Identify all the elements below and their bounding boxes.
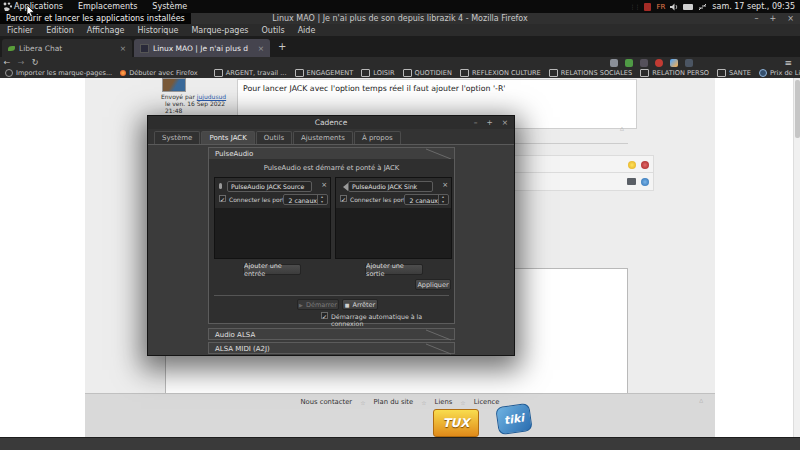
- print-icon[interactable]: [627, 178, 636, 185]
- maximize-button[interactable]: +: [770, 14, 777, 23]
- start-button[interactable]: ▶ Démarrer: [297, 299, 339, 310]
- linuxmao-favicon: [140, 44, 149, 53]
- sink-connect-checkbox[interactable]: ✓: [340, 195, 347, 204]
- section-label: ALSA MIDI (A2J): [215, 345, 270, 353]
- autostart-checkbox[interactable]: ✓: [321, 312, 328, 321]
- tab-close-icon[interactable]: ×: [258, 44, 264, 53]
- footer-link-liens[interactable]: Liens: [435, 398, 453, 406]
- star-separator: ☆: [421, 399, 426, 406]
- stop-icon: ■: [345, 302, 350, 308]
- footer-link-sitemap[interactable]: Plan du site: [374, 398, 414, 406]
- page-scrollbar[interactable]: [793, 78, 800, 437]
- bookmark-folder-sante[interactable]: SANTE: [717, 69, 751, 77]
- remove-sink-icon[interactable]: ×: [442, 181, 448, 189]
- smiley-icon[interactable]: [628, 161, 636, 169]
- extension-red-icon[interactable]: [655, 59, 663, 67]
- footer-link-licence[interactable]: Licence: [474, 398, 500, 406]
- new-tab-button[interactable]: +: [278, 41, 286, 52]
- bookmark-debuter[interactable]: Débuter avec Firefox: [120, 69, 198, 77]
- cadence-title: Cadence: [148, 118, 514, 127]
- menu-affichage[interactable]: Affichage: [87, 26, 125, 35]
- menu-aide[interactable]: Aide: [298, 26, 316, 35]
- section-alsa-midi[interactable]: ALSA MIDI (A2J): [208, 342, 455, 354]
- volume-icon[interactable]: [670, 3, 678, 11]
- maximize-button[interactable]: +: [486, 118, 492, 127]
- back-to-top-icon[interactable]: △: [699, 397, 703, 403]
- bookmark-folder-relation-perso[interactable]: RELATION PERSO: [640, 69, 709, 77]
- section-pulseaudio[interactable]: PulseAudio: [208, 147, 455, 159]
- bookmark-folder-relations[interactable]: RELATIONS SOCIALES: [549, 69, 632, 77]
- close-button[interactable]: ×: [787, 14, 794, 23]
- keyboard-layout-indicator[interactable]: FR: [656, 3, 665, 11]
- menu-outils[interactable]: Outils: [262, 26, 285, 35]
- bookmark-folder-argent[interactable]: ARGENT, travail ...: [214, 69, 287, 77]
- extension-capture-icon[interactable]: [685, 59, 693, 67]
- screen: Applications Emplacements Système ⋮⋮ FR …: [0, 0, 800, 450]
- help-icon[interactable]: [641, 178, 649, 186]
- sink-name-field[interactable]: PulseAudio JACK Sink: [348, 181, 433, 192]
- tab-ajustements[interactable]: Ajustements: [293, 131, 353, 144]
- tray-reader-icon[interactable]: [644, 3, 651, 11]
- bookmark-folder-reflexion[interactable]: REFLEXION CULTURE: [460, 69, 541, 77]
- bookmark-prix-litterature[interactable]: Prix de Littérature Polic...: [759, 69, 800, 77]
- tiki-logo[interactable]: tiki: [495, 403, 533, 435]
- report-icon[interactable]: [641, 161, 649, 169]
- network-icon[interactable]: [698, 3, 707, 11]
- source-connect-checkbox[interactable]: ✓: [219, 195, 226, 204]
- tab-systeme[interactable]: Système: [154, 131, 200, 144]
- bookmark-folder-loisir[interactable]: LOISIR: [361, 69, 394, 77]
- extension-dark-icon[interactable]: [640, 59, 648, 67]
- stop-button[interactable]: ■ Arrêter: [342, 299, 378, 310]
- source-name-field[interactable]: PulseAudio JACK Source: [227, 181, 312, 192]
- section-audio-alsa[interactable]: Audio ALSA: [208, 328, 455, 340]
- tux-family-logo[interactable]: TUX: [433, 409, 479, 437]
- forward-icon[interactable]: →: [14, 58, 28, 67]
- spin-down-icon[interactable]: ▾: [442, 199, 444, 204]
- close-button[interactable]: ×: [502, 118, 508, 127]
- applications-menu-icon[interactable]: [3, 2, 12, 11]
- divider: [214, 295, 449, 296]
- menu-applications[interactable]: Applications: [14, 2, 63, 11]
- bookmark-folder-quotidien[interactable]: QUOTIDIEN: [403, 69, 452, 77]
- battery-icon[interactable]: [683, 4, 693, 10]
- button-label: Ajouter une sortie: [366, 262, 422, 278]
- minimize-button[interactable]: –: [755, 14, 759, 23]
- folder-icon: [361, 69, 370, 77]
- post-author-link[interactable]: jujudusud: [197, 93, 226, 100]
- cadence-titlebar[interactable]: Cadence – + ×: [148, 116, 514, 130]
- sink-channels-spinner[interactable]: 2 canaux ▴▾: [404, 194, 449, 205]
- back-icon[interactable]: ←: [0, 58, 14, 67]
- add-output-button[interactable]: Ajouter une sortie: [365, 264, 423, 275]
- clock[interactable]: sam. 17 sept., 09:35: [712, 2, 795, 11]
- menu-systeme[interactable]: Système: [152, 2, 187, 11]
- extension-color-icon[interactable]: [670, 59, 678, 67]
- spin-down-icon[interactable]: ▾: [321, 199, 323, 204]
- source-channels-spinner[interactable]: 2 canaux ▴▾: [283, 194, 328, 205]
- tab-close-icon[interactable]: ×: [120, 44, 126, 53]
- tab-ponts-jack[interactable]: Ponts JACK: [201, 131, 254, 144]
- bookmark-folder-engagement[interactable]: ENGAGEMENT: [295, 69, 354, 77]
- menu-historique[interactable]: Historique: [137, 26, 178, 35]
- scrollbar-thumb[interactable]: [795, 80, 800, 138]
- bookmark-import[interactable]: Importer les marque-pages...: [5, 69, 112, 77]
- minimize-button[interactable]: –: [474, 118, 478, 127]
- menu-marque-pages[interactable]: Marque-pages: [191, 26, 248, 35]
- extension-green-icon[interactable]: [625, 59, 633, 67]
- desktop-bottom-panel[interactable]: [0, 437, 800, 450]
- menu-edition[interactable]: Edition: [46, 26, 74, 35]
- tab-linux-mao[interactable]: Linux MAO | Je n'ai plus d ×: [134, 39, 270, 57]
- section-diagonal: [426, 329, 452, 341]
- menu-fichier[interactable]: Fichier: [7, 26, 33, 35]
- tab-outils[interactable]: Outils: [256, 131, 292, 144]
- tab-libera-chat[interactable]: Libera Chat ×: [2, 39, 132, 57]
- sort-icon[interactable]: △: [620, 125, 624, 131]
- reload-icon[interactable]: ↻: [28, 58, 42, 67]
- apply-button[interactable]: Appliquer: [415, 279, 451, 290]
- tab-a-propos[interactable]: À propos: [354, 131, 401, 144]
- menu-emplacements[interactable]: Emplacements: [78, 2, 137, 11]
- hamburger-menu-icon[interactable]: ≡: [784, 58, 792, 68]
- footer-link-contact[interactable]: Nous contacter: [300, 398, 352, 406]
- add-input-button[interactable]: Ajouter une entrée: [243, 264, 301, 275]
- remove-source-icon[interactable]: ×: [321, 181, 327, 189]
- extension-shield-icon[interactable]: [610, 59, 618, 67]
